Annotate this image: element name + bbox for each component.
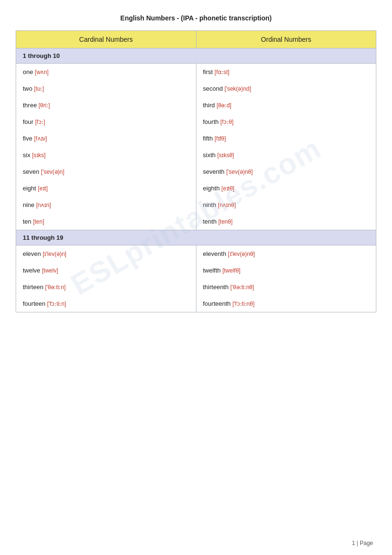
ordinal-word: third xyxy=(203,102,217,109)
ordinal-ipa: [θəːd] xyxy=(216,102,231,109)
cardinal-ipa: [fɔː] xyxy=(35,119,45,125)
ordinal-word: thirteenth xyxy=(203,283,231,291)
cardinal-ipa: [wʌn] xyxy=(35,69,48,75)
ordinal-word: tenth xyxy=(203,218,219,225)
ordinal-word: second xyxy=(203,85,225,92)
cardinal-word: four xyxy=(23,118,35,125)
ordinal-word: seventh xyxy=(203,168,226,175)
ordinal-cell: sixth [sɪksθ] xyxy=(196,147,376,163)
table-row: two [tuː]second ['sek(ə)nd] xyxy=(16,80,376,97)
ordinal-cell: tenth [tenθ] xyxy=(196,213,376,230)
cardinal-cell: six [sɪks] xyxy=(16,147,196,163)
cardinal-ipa: ['fɔːtiːn] xyxy=(47,301,66,307)
ordinal-ipa: [fɑːst] xyxy=(215,69,229,75)
ordinal-cell: fourth [fɔːθ] xyxy=(196,113,376,130)
table-row: eleven [ɪ'lev(ə)n]eleventh [ɪ'lev(ə)nθ] xyxy=(16,245,376,263)
ordinal-cell: third [θəːd] xyxy=(196,97,376,113)
cardinal-word: thirteen xyxy=(23,283,45,291)
cardinal-word: fourteen xyxy=(23,300,47,307)
ordinal-ipa: ['sev(ə)nθ] xyxy=(226,169,253,175)
cardinal-word: seven xyxy=(23,168,41,175)
ordinal-cell: twelfth [twelfθ] xyxy=(196,262,376,279)
table-row: three [θriː]third [θəːd] xyxy=(16,97,376,113)
ordinal-cell: seventh ['sev(ə)nθ] xyxy=(196,163,376,180)
cardinal-word: five xyxy=(23,135,34,142)
table-row: eight [eɪt]eighth [eɪtθ] xyxy=(16,180,376,197)
cardinal-ipa: [tuː] xyxy=(34,85,44,92)
cardinal-cell: fourteen ['fɔːtiːn] xyxy=(16,295,196,312)
ordinal-cell: second ['sek(ə)nd] xyxy=(196,80,376,97)
cardinal-ipa: [nʌɪn] xyxy=(36,202,51,208)
ordinal-ipa: [eɪtθ] xyxy=(222,185,234,192)
ordinal-cell: fourteenth ['fɔːtiːnθ] xyxy=(196,295,376,312)
cardinal-cell: eight [eɪt] xyxy=(16,180,196,197)
ordinal-word: sixth xyxy=(203,151,217,159)
cardinal-word: eleven xyxy=(23,250,43,257)
cardinal-word: twelve xyxy=(23,267,42,274)
cardinal-word: one xyxy=(23,68,35,75)
page-title: English Numbers - (IPA - phonetic transc… xyxy=(16,14,376,22)
ordinal-word: fourth xyxy=(203,118,221,125)
cardinal-cell: five [fʌɪv] xyxy=(16,130,196,147)
numbers-table: Cardinal Numbers Ordinal Numbers 1 throu… xyxy=(16,30,376,312)
ordinal-word: eighth xyxy=(203,185,222,192)
ordinal-cell: fifth [fɪfθ] xyxy=(196,130,376,147)
ordinal-word: twelfth xyxy=(203,267,223,274)
ordinal-cell: eleventh [ɪ'lev(ə)nθ] xyxy=(196,245,376,263)
cardinal-ipa: [eɪt] xyxy=(38,185,48,192)
ordinal-ipa: [sɪksθ] xyxy=(217,152,234,159)
ordinal-word: fourteenth xyxy=(203,300,233,307)
ordinal-cell: first [fɑːst] xyxy=(196,64,376,81)
cardinal-word: six xyxy=(23,151,32,159)
cardinal-cell: eleven [ɪ'lev(ə)n] xyxy=(16,245,196,263)
cardinal-ipa: [ɪ'lev(ə)n] xyxy=(43,251,66,257)
table-row: ten [ten]tenth [tenθ] xyxy=(16,213,376,230)
cardinal-cell: three [θriː] xyxy=(16,97,196,113)
cardinal-cell: four [fɔː] xyxy=(16,113,196,130)
cardinal-word: nine xyxy=(23,201,36,208)
cardinal-cell: seven ['sev(ə)n] xyxy=(16,163,196,180)
ordinal-cell: eighth [eɪtθ] xyxy=(196,180,376,197)
table-row: six [sɪks]sixth [sɪksθ] xyxy=(16,147,376,163)
cardinal-cell: one [wʌn] xyxy=(16,64,196,81)
ordinal-cell: ninth [nʌɪnθ] xyxy=(196,197,376,213)
ordinal-ipa: ['fɔːtiːnθ] xyxy=(233,301,255,307)
table-row: five [fʌɪv]fifth [fɪfθ] xyxy=(16,130,376,147)
cardinal-ipa: ['θəːtiːn] xyxy=(45,284,65,291)
ordinal-ipa: [ɪ'lev(ə)nθ] xyxy=(228,251,255,257)
cardinal-ipa: [twelv] xyxy=(42,267,58,274)
ordinal-ipa: [nʌɪnθ] xyxy=(218,202,236,208)
table-row: nine [nʌɪn]ninth [nʌɪnθ] xyxy=(16,197,376,213)
cardinal-cell: ten [ten] xyxy=(16,213,196,230)
table-row: one [wʌn]first [fɑːst] xyxy=(16,64,376,81)
cardinal-cell: thirteen ['θəːtiːn] xyxy=(16,279,196,295)
cardinal-ipa: [θriː] xyxy=(38,102,50,109)
table-row: seven ['sev(ə)n]seventh ['sev(ə)nθ] xyxy=(16,163,376,180)
cardinal-ipa: [fʌɪv] xyxy=(34,135,47,142)
ordinal-ipa: [tenθ] xyxy=(218,218,233,225)
table-row: thirteen ['θəːtiːn]thirteenth ['θəːtiːnθ… xyxy=(16,279,376,295)
ordinal-header: Ordinal Numbers xyxy=(196,31,376,48)
ordinal-word: first xyxy=(203,68,215,75)
cardinal-header: Cardinal Numbers xyxy=(16,31,196,48)
ordinal-word: fifth xyxy=(203,135,215,142)
page-container: English Numbers - (IPA - phonetic transc… xyxy=(16,0,376,341)
ordinal-ipa: ['θəːtiːnθ] xyxy=(230,284,254,291)
cardinal-word: two xyxy=(23,85,34,92)
cardinal-ipa: ['sev(ə)n] xyxy=(41,169,64,175)
ordinal-word: eleventh xyxy=(203,250,228,257)
table-row: twelve [twelv]twelfth [twelfθ] xyxy=(16,262,376,279)
section-row: 11 through 19 xyxy=(16,230,376,245)
cardinal-cell: nine [nʌɪn] xyxy=(16,197,196,213)
cardinal-word: three xyxy=(23,102,38,109)
ordinal-word: ninth xyxy=(203,201,218,208)
ordinal-ipa: [fɪfθ] xyxy=(215,135,226,142)
ordinal-cell: thirteenth ['θəːtiːnθ] xyxy=(196,279,376,295)
cardinal-ipa: [ten] xyxy=(33,218,44,225)
section-row: 1 through 10 xyxy=(16,48,376,64)
cardinal-cell: twelve [twelv] xyxy=(16,262,196,279)
page-footer: 1 | Page xyxy=(352,540,373,546)
cardinal-word: eight xyxy=(23,185,38,192)
ordinal-ipa: [fɔːθ] xyxy=(220,119,233,125)
cardinal-word: ten xyxy=(23,218,33,225)
